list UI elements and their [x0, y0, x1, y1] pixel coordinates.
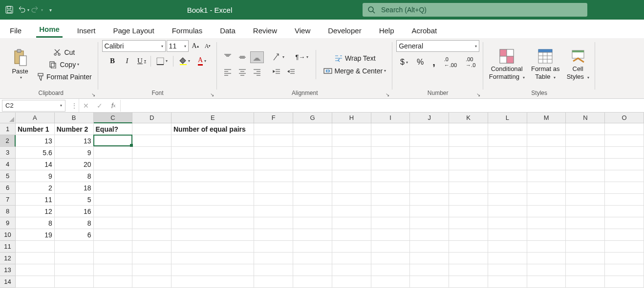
- cell-E11[interactable]: [172, 241, 254, 253]
- align-top-button[interactable]: [221, 51, 235, 63]
- formula-bar[interactable]: [120, 100, 644, 112]
- cell-B13[interactable]: [55, 264, 94, 276]
- merge-center-button[interactable]: Merge & Center▾: [321, 66, 388, 76]
- cell-M5[interactable]: [527, 170, 566, 182]
- cell-E9[interactable]: [172, 217, 254, 229]
- cell-L2[interactable]: [488, 135, 527, 147]
- cell-G9[interactable]: [293, 217, 332, 229]
- cell-K4[interactable]: [449, 159, 488, 170]
- cell-H11[interactable]: [332, 241, 371, 253]
- cell-A7[interactable]: 11: [16, 194, 55, 206]
- cell-O12[interactable]: [605, 253, 644, 264]
- font-launcher[interactable]: ↘: [210, 92, 214, 97]
- cell-L5[interactable]: [488, 170, 527, 182]
- cell-L6[interactable]: [488, 182, 527, 194]
- cell-M1[interactable]: [527, 123, 566, 135]
- increase-decimal-button[interactable]: .0←.00: [442, 55, 459, 69]
- tab-data[interactable]: Data: [217, 23, 238, 38]
- cell-C9[interactable]: [94, 217, 133, 229]
- cell-L11[interactable]: [488, 241, 527, 253]
- cell-A11[interactable]: [16, 241, 55, 253]
- cell-C12[interactable]: [94, 253, 133, 264]
- cell-K5[interactable]: [449, 170, 488, 182]
- cell-G10[interactable]: [293, 229, 332, 241]
- tab-acrobat[interactable]: Acrobat: [409, 23, 440, 38]
- row-header-5[interactable]: 5: [0, 170, 16, 182]
- cell-L1[interactable]: [488, 123, 527, 135]
- col-header-M[interactable]: M: [527, 113, 566, 123]
- cell-B7[interactable]: 5: [55, 194, 94, 206]
- cell-K1[interactable]: [449, 123, 488, 135]
- cell-I6[interactable]: [371, 182, 410, 194]
- cell-M6[interactable]: [527, 182, 566, 194]
- cell-G5[interactable]: [293, 170, 332, 182]
- row-header-4[interactable]: 4: [0, 159, 16, 170]
- cell-K7[interactable]: [449, 194, 488, 206]
- cell-K6[interactable]: [449, 182, 488, 194]
- cell-M8[interactable]: [527, 206, 566, 217]
- cell-I13[interactable]: [371, 264, 410, 276]
- cell-G2[interactable]: [293, 135, 332, 147]
- cell-N2[interactable]: [566, 135, 605, 147]
- tab-home[interactable]: Home: [36, 21, 63, 38]
- cell-E5[interactable]: [172, 170, 254, 182]
- cell-O7[interactable]: [605, 194, 644, 206]
- cell-M14[interactable]: [527, 276, 566, 288]
- cell-I1[interactable]: [371, 123, 410, 135]
- cell-O3[interactable]: [605, 147, 644, 159]
- cell-B14[interactable]: [55, 276, 94, 288]
- cell-O6[interactable]: [605, 182, 644, 194]
- cell-J9[interactable]: [410, 217, 449, 229]
- cell-F9[interactable]: [254, 217, 293, 229]
- cell-L12[interactable]: [488, 253, 527, 264]
- cell-K12[interactable]: [449, 253, 488, 264]
- cell-K2[interactable]: [449, 135, 488, 147]
- tab-review[interactable]: Review: [250, 23, 280, 38]
- cell-C2[interactable]: [94, 135, 133, 147]
- col-header-L[interactable]: L: [488, 113, 527, 123]
- cell-A10[interactable]: 19: [16, 229, 55, 241]
- row-header-2[interactable]: 2: [0, 135, 16, 147]
- cell-A6[interactable]: 2: [16, 182, 55, 194]
- cell-E13[interactable]: [172, 264, 254, 276]
- paste-button[interactable]: Paste ▾: [8, 45, 32, 84]
- cell-B8[interactable]: 16: [55, 206, 94, 217]
- cell-E3[interactable]: [172, 147, 254, 159]
- cell-N14[interactable]: [566, 276, 605, 288]
- cell-L7[interactable]: [488, 194, 527, 206]
- orientation-button[interactable]: ▾: [270, 51, 287, 63]
- cell-A9[interactable]: 8: [16, 217, 55, 229]
- cell-M3[interactable]: [527, 147, 566, 159]
- tab-formulas[interactable]: Formulas: [169, 23, 206, 38]
- tab-insert[interactable]: Insert: [74, 23, 99, 38]
- cell-J7[interactable]: [410, 194, 449, 206]
- cell-L10[interactable]: [488, 229, 527, 241]
- cell-H5[interactable]: [332, 170, 371, 182]
- cell-J11[interactable]: [410, 241, 449, 253]
- col-header-K[interactable]: K: [449, 113, 488, 123]
- comma-button[interactable]: ,: [430, 55, 438, 69]
- cell-E14[interactable]: [172, 276, 254, 288]
- cell-A4[interactable]: 14: [16, 159, 55, 170]
- cell-F13[interactable]: [254, 264, 293, 276]
- number-launcher[interactable]: ↘: [476, 92, 480, 97]
- col-header-H[interactable]: H: [332, 113, 371, 123]
- save-button[interactable]: [3, 3, 16, 17]
- cell-H10[interactable]: [332, 229, 371, 241]
- cell-D4[interactable]: [132, 159, 172, 170]
- cell-N5[interactable]: [566, 170, 605, 182]
- underline-button[interactable]: U▾: [136, 55, 148, 67]
- cell-O9[interactable]: [605, 217, 644, 229]
- format-as-table-button[interactable]: Format as Table ▾: [528, 46, 562, 82]
- cell-F1[interactable]: [254, 123, 293, 135]
- cell-D10[interactable]: [132, 229, 172, 241]
- row-header-8[interactable]: 8: [0, 206, 16, 217]
- cell-N4[interactable]: [566, 159, 605, 170]
- name-box[interactable]: C2▾: [2, 100, 65, 112]
- cell-F8[interactable]: [254, 206, 293, 217]
- align-bottom-button[interactable]: [250, 51, 264, 63]
- row-header-9[interactable]: 9: [0, 217, 16, 229]
- cell-J5[interactable]: [410, 170, 449, 182]
- cell-D13[interactable]: [132, 264, 172, 276]
- cell-J8[interactable]: [410, 206, 449, 217]
